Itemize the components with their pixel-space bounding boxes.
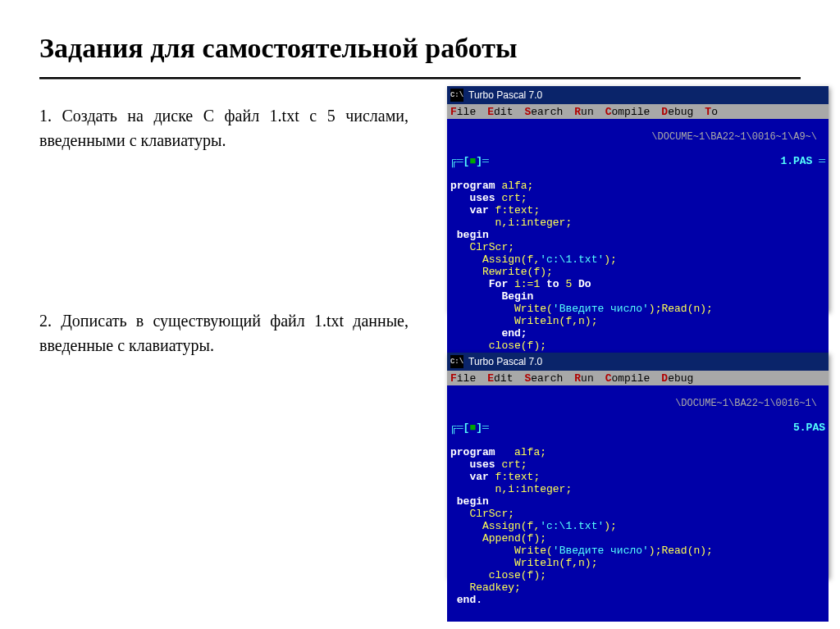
code-line: ClrScr; <box>450 508 514 520</box>
frame-top: ╔═[■]═ 5.PAS <box>450 422 825 434</box>
code-line: Writeln(f,n); <box>450 315 597 327</box>
code-line: close(f); <box>450 340 546 352</box>
code-line: Assign(f,'c:\1.txt'); <box>450 520 617 532</box>
code-pane-2[interactable]: \DOCUME~1\BA22~1\0016~1\ ╔═[■]═ 5.PAS pr… <box>447 385 829 622</box>
menubar[interactable]: File Edit Search Run Compile Debug <box>447 371 829 385</box>
page-title: Задания для самостоятельной работы <box>39 33 801 64</box>
code-line: Write('Введите число');Read(n); <box>450 545 713 557</box>
code-line: end. <box>450 594 482 606</box>
menu-debug[interactable]: Debug <box>661 106 693 118</box>
menu-file[interactable]: File <box>450 106 476 118</box>
menubar[interactable]: File Edit Search Run Compile Debug To <box>447 104 829 119</box>
menu-run[interactable]: Run <box>574 372 593 385</box>
menu-edit[interactable]: Edit <box>487 372 513 385</box>
code-line: uses crt; <box>450 192 527 204</box>
code-line: n,i:integer; <box>450 217 572 229</box>
code-line: Writeln(f,n); <box>450 557 597 569</box>
code-pane-1[interactable]: \DOCUME~1\BA22~1\0016~1\А9~\ ╔═[■]═ 1.PA… <box>447 119 829 392</box>
ide-window-1: C:\ Turbo Pascal 7.0 File Edit Search Ru… <box>447 86 829 312</box>
ide-window-2: C:\ Turbo Pascal 7.0 File Edit Search Ru… <box>447 353 829 578</box>
code-line: Readkey; <box>450 581 521 594</box>
path-line: \DOCUME~1\BA22~1\0016~1\ <box>450 398 825 409</box>
code-line: ClrScr; <box>450 241 514 253</box>
code-line: var f:text; <box>450 471 540 483</box>
menu-tools[interactable]: To <box>705 106 718 118</box>
code-line: close(f); <box>450 569 546 581</box>
code-line: program alfa; <box>450 180 533 192</box>
titlebar: C:\ Turbo Pascal 7.0 <box>447 86 829 104</box>
menu-search[interactable]: Search <box>524 106 563 118</box>
titlebar: C:\ Turbo Pascal 7.0 <box>447 353 829 371</box>
menu-run[interactable]: Run <box>574 106 593 118</box>
menu-search[interactable]: Search <box>524 372 563 385</box>
code-line: n,i:integer; <box>450 483 572 495</box>
cmd-icon: C:\ <box>450 89 463 102</box>
divider <box>39 77 801 79</box>
code-line: program alfa; <box>450 446 546 458</box>
cmd-icon: C:\ <box>450 355 463 368</box>
code-line: Append(f); <box>450 532 546 545</box>
path-line: \DOCUME~1\BA22~1\0016~1\А9~\ <box>450 131 825 143</box>
code-line: For i:=1 to 5 Do <box>450 278 591 290</box>
code-line: Begin <box>450 290 533 303</box>
code-line: begin <box>450 495 489 508</box>
task-2-text: 2. Дописать в существующий файл 1.txt да… <box>39 308 409 358</box>
task-1-text: 1. Создать на диске С файл 1.txt с 5 чис… <box>39 103 409 153</box>
window-title: Turbo Pascal 7.0 <box>468 89 542 101</box>
code-line: Rewrite(f); <box>450 266 553 278</box>
menu-debug[interactable]: Debug <box>661 372 693 385</box>
frame-top: ╔═[■]═ 1.PAS ═ <box>450 155 825 167</box>
code-line: var f:text; <box>450 204 540 217</box>
code-line: Write('Введите число');Read(n); <box>450 303 713 315</box>
menu-file[interactable]: File <box>450 372 476 385</box>
code-line: begin <box>450 229 489 241</box>
menu-compile[interactable]: Compile <box>605 106 651 118</box>
menu-edit[interactable]: Edit <box>487 106 513 118</box>
menu-compile[interactable]: Compile <box>605 372 651 385</box>
window-title: Turbo Pascal 7.0 <box>468 356 542 367</box>
code-line: end; <box>450 327 527 340</box>
code-line: Assign(f,'c:\1.txt'); <box>450 253 617 266</box>
code-line: uses crt; <box>450 458 527 471</box>
